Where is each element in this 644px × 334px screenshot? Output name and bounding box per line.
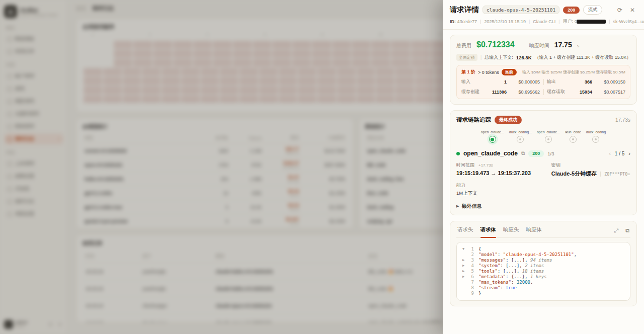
success-dot-icon bbox=[456, 152, 460, 155]
expand-icon[interactable]: ⤢ bbox=[614, 227, 618, 234]
key-name: Claude-5分钟缓存 bbox=[551, 170, 597, 178]
json-line: 8"stream": true bbox=[461, 285, 626, 291]
chevron-left-icon[interactable]: ‹ bbox=[609, 150, 611, 156]
latency-value: 17.75 bbox=[554, 41, 572, 49]
drawer-title: 请求详情 bbox=[450, 5, 479, 15]
json-line: ▶3"messages": [...], 94 items bbox=[461, 258, 626, 263]
trace-node[interactable]: duck_coding bbox=[586, 130, 606, 143]
json-line: ▶4"system": [...], 2 items bbox=[461, 263, 626, 269]
trace-node-name: open_claude_code bbox=[463, 150, 518, 157]
key-masked-value: Z0F***PT0= bbox=[600, 172, 630, 177]
key-label: 密钥 bbox=[551, 162, 630, 169]
refresh-icon[interactable]: ⟳ bbox=[615, 7, 624, 14]
tier-range: > 0 tokens bbox=[478, 70, 499, 75]
attempt-count: 1/3 bbox=[547, 151, 554, 156]
tab-inactive[interactable]: 请求头 bbox=[457, 226, 473, 234]
pricing-tier-box: 第 1 阶 > 0 tokens 当前 输入 $5/M 输出 $25/M 缓存创… bbox=[456, 65, 630, 99]
page-indicator: 1 / 5 bbox=[615, 151, 624, 156]
json-collapse-icon[interactable]: ▼ bbox=[461, 246, 466, 252]
request-id: 43cede77 bbox=[457, 19, 477, 24]
json-collapse-icon[interactable]: ▶ bbox=[461, 274, 466, 280]
request-meta: ID: 43cede77 | 2025/12/10 19:15:19 | Cla… bbox=[450, 18, 637, 25]
redacted-username bbox=[577, 20, 606, 24]
total-cost-label: 总费用 bbox=[456, 42, 471, 49]
trace-duration: 17.73s bbox=[615, 117, 630, 123]
trace-timeline: open_claude...duck_coding...open_claude.… bbox=[456, 130, 630, 143]
trace-node[interactable]: ikun_code bbox=[565, 130, 581, 143]
trace-node[interactable]: duck_coding... bbox=[509, 130, 532, 143]
latency-label: 响应时间 bbox=[529, 42, 549, 49]
cost-card: 总费用 $0.712334 响应时间 17.75 s 全局定价 | 总输入上下文… bbox=[450, 35, 637, 105]
json-line: 2"model": "claude-opus-4-5-20251101", bbox=[461, 252, 626, 258]
total-cost-value: $0.712334 bbox=[476, 40, 515, 49]
id-label: ID: bbox=[450, 19, 456, 24]
token-usage-grid: 输入1$0.000005输出366$0.009150缓存创建111306$0.6… bbox=[461, 78, 625, 95]
payload-tabs: 请求头请求体响应头响应体⤢⧉ bbox=[456, 226, 630, 238]
user-label: 用户: bbox=[563, 19, 574, 24]
trace-card: 请求链路追踪 最终成功 17.73s open_claude...duck_co… bbox=[450, 110, 637, 215]
tier-rates: 输入 $5/M 输出 $25/M 缓存创建 $6.25/M 缓存读取 $0.5/… bbox=[522, 69, 625, 75]
caret-right-icon: ▶ bbox=[456, 204, 459, 208]
payload-card: 请求头请求体响应头响应体⤢⧉ ▼1{2"model": "claude-opus… bbox=[450, 221, 637, 306]
client-name: Claude CLI bbox=[533, 19, 555, 24]
latency-unit: s bbox=[577, 43, 580, 48]
context-detail: （输入 1 + 缓存创建 111.3K + 缓存读取 15.0K） bbox=[535, 54, 631, 61]
status-badge: 200 bbox=[563, 7, 580, 14]
json-collapse-icon[interactable]: ▶ bbox=[461, 263, 466, 269]
trace-result-badge: 最终成功 bbox=[495, 116, 522, 124]
pricing-scope-tag: 全局定价 bbox=[456, 54, 477, 61]
capability-value: 1M上下文 bbox=[456, 190, 551, 197]
json-collapse-icon[interactable]: ▶ bbox=[461, 269, 466, 274]
request-time: 2025/12/10 19:15:19 bbox=[484, 19, 526, 24]
context-label: 总输入上下文: bbox=[485, 54, 513, 61]
tier-name: 第 1 阶 bbox=[461, 69, 475, 75]
model-chip: claude-opus-4-5-20251101 bbox=[482, 6, 559, 14]
request-detail-drawer: 请求详情 claude-opus-4-5-20251101 200 流式 ⟳ ✕… bbox=[443, 0, 644, 334]
tab-active[interactable]: 请求体 bbox=[480, 226, 497, 234]
context-total: 126.3K bbox=[516, 55, 532, 60]
tab-inactive[interactable]: 响应头 bbox=[503, 226, 519, 234]
time-delta: +17.73s bbox=[478, 163, 493, 168]
trace-title: 请求链路追踪 bbox=[456, 116, 491, 124]
json-line: ▶6"metadata": {...}, 1 keys bbox=[461, 274, 626, 280]
json-line: 9} bbox=[461, 291, 626, 296]
screen: A AniBar Multi AI Gateway Console 概览数据看板… bbox=[0, 0, 644, 334]
stream-badge: 流式 bbox=[583, 5, 602, 15]
extra-info-label: 额外信息 bbox=[461, 203, 481, 210]
trace-node[interactable]: open_claude... bbox=[481, 130, 504, 143]
extra-info-toggle[interactable]: ▶ 额外信息 bbox=[456, 203, 630, 210]
external-link-icon[interactable]: ⧉ bbox=[521, 150, 525, 156]
json-line: 7"max_tokens": 32000, bbox=[461, 280, 626, 285]
api-key-masked: sk-WvzlSy4...uwgB bbox=[613, 19, 644, 24]
tab-inactive[interactable]: 响应体 bbox=[526, 226, 542, 234]
trace-status-badge: 200 bbox=[528, 150, 544, 157]
capability-label: 能力 bbox=[456, 182, 551, 189]
json-line: ▼1{ bbox=[461, 246, 626, 252]
chevron-right-icon[interactable]: › bbox=[628, 150, 630, 156]
copy-icon[interactable]: ⧉ bbox=[625, 227, 629, 234]
trace-node[interactable]: open_claude... bbox=[537, 130, 560, 143]
close-icon[interactable]: ✕ bbox=[628, 7, 637, 14]
json-collapse-icon[interactable]: ▶ bbox=[461, 258, 466, 263]
tier-current-badge: 当前 bbox=[502, 69, 517, 75]
time-range-label: 时间范围 bbox=[456, 162, 474, 168]
json-viewer: ▼1{2"model": "claude-opus-4-5-20251101",… bbox=[456, 242, 630, 301]
json-line: ▶5"tools": [...], 18 items bbox=[461, 269, 626, 274]
time-range-value: 19:15:19.473 → 19:15:37.203 bbox=[456, 170, 551, 176]
